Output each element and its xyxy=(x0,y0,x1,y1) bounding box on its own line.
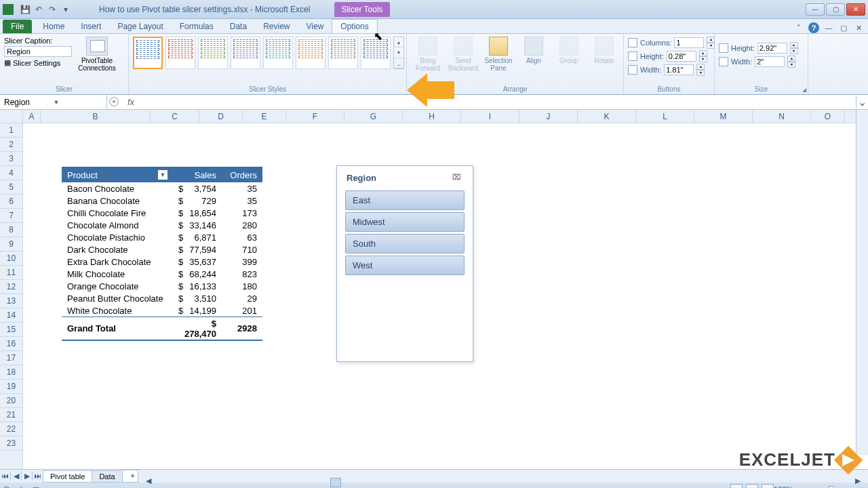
pivottable-connections-button[interactable]: PivotTable Connections xyxy=(75,37,119,72)
slicer-style-swatch[interactable] xyxy=(231,37,260,69)
row-header[interactable]: 20 xyxy=(0,394,22,408)
grid[interactable]: Product▼ Sales Orders Bacon Chocolate3,7… xyxy=(23,123,868,469)
row-header[interactable]: 8 xyxy=(0,223,22,237)
column-header[interactable]: E xyxy=(243,110,286,123)
vertical-scrollbar[interactable] xyxy=(856,110,868,455)
worksheet-area[interactable]: 1234567891011121314151617181920212223 Pr… xyxy=(0,123,868,469)
formula-bar-expand[interactable]: ⌄ xyxy=(856,96,868,108)
maximize-button[interactable]: ▢ xyxy=(826,3,845,16)
sheet-tab-data[interactable]: Data xyxy=(92,470,122,483)
slicer-item[interactable]: East xyxy=(345,190,465,210)
column-header[interactable]: H xyxy=(403,110,461,123)
row-header[interactable]: 21 xyxy=(0,408,22,422)
macro-record-icon[interactable]: ▦ xyxy=(33,485,39,489)
btn-width-spinner[interactable]: ▴▾ xyxy=(696,64,705,76)
row-header[interactable]: 17 xyxy=(0,351,22,365)
column-header[interactable]: G xyxy=(344,110,403,123)
slicer-style-swatch[interactable] xyxy=(328,37,358,69)
column-header[interactable]: D xyxy=(199,110,243,123)
pivot-header-orders[interactable]: Orders xyxy=(222,168,262,182)
close-button[interactable]: ✕ xyxy=(846,3,865,16)
column-header[interactable]: J xyxy=(519,110,578,123)
slicer-caption-input[interactable] xyxy=(4,46,72,57)
row-header[interactable]: 16 xyxy=(0,337,22,351)
tab-insert[interactable]: Insert xyxy=(73,20,109,33)
slicer-style-swatch[interactable] xyxy=(263,37,293,69)
minimize-ribbon-icon[interactable]: ˅ xyxy=(793,22,804,33)
slicer-settings-button[interactable]: Slicer Settings xyxy=(13,59,60,67)
workbook-minimize-icon[interactable]: — xyxy=(823,22,834,33)
row-header[interactable]: 11 xyxy=(0,266,22,280)
column-header[interactable]: A xyxy=(23,110,41,123)
column-header[interactable]: C xyxy=(151,110,199,123)
new-sheet-button[interactable]: ✦ xyxy=(122,470,138,483)
column-header[interactable]: M xyxy=(694,110,753,123)
row-header[interactable]: 2 xyxy=(0,138,22,152)
column-header[interactable]: L xyxy=(636,110,694,123)
size-dialog-launcher[interactable]: ◢ xyxy=(802,87,806,93)
row-header[interactable]: 4 xyxy=(0,166,22,180)
slicer-region[interactable]: Region ⌧ EastMidwestSouthWest xyxy=(336,165,473,362)
btn-height-input[interactable] xyxy=(667,51,696,62)
columns-spinner[interactable]: ▴▾ xyxy=(707,37,715,49)
row-header[interactable]: 3 xyxy=(0,152,22,166)
row-header[interactable]: 1 xyxy=(0,123,22,138)
save-icon[interactable]: 💾 xyxy=(19,3,31,16)
tab-review[interactable]: Review xyxy=(255,20,298,33)
row-header[interactable]: 18 xyxy=(0,365,22,380)
row-header[interactable]: 10 xyxy=(0,251,22,266)
row-header[interactable]: 15 xyxy=(0,323,22,337)
namebox-dropdown-icon[interactable]: ▼ xyxy=(54,99,103,106)
row-header[interactable]: 9 xyxy=(0,237,22,251)
view-normal[interactable] xyxy=(730,484,743,488)
styles-more-button[interactable]: ▴▾⎯ xyxy=(393,37,404,69)
column-header[interactable]: K xyxy=(578,110,636,123)
tab-data[interactable]: Data xyxy=(222,20,255,33)
row-header[interactable]: 23 xyxy=(0,436,22,451)
sheet-nav-next[interactable]: ▶ xyxy=(22,472,33,481)
selection-pane-button[interactable]: Selection Pane xyxy=(481,37,515,72)
btn-width-input[interactable] xyxy=(664,64,694,75)
filter-dropdown-icon[interactable]: ▼ xyxy=(158,170,167,180)
row-header[interactable]: 14 xyxy=(0,308,22,323)
slicer-style-swatch[interactable] xyxy=(296,37,326,69)
sheet-nav-first[interactable]: ⏮ xyxy=(0,472,11,481)
size-height-input[interactable] xyxy=(757,43,787,54)
zoom-out[interactable]: − xyxy=(795,485,800,488)
tab-options[interactable]: Options xyxy=(332,19,377,33)
workbook-close-icon[interactable]: ✕ xyxy=(853,22,864,33)
align-button[interactable]: Align xyxy=(517,37,551,72)
column-header[interactable]: B xyxy=(41,110,151,123)
tab-formulas[interactable]: Formulas xyxy=(172,20,222,33)
sheet-tab-pivot[interactable]: Pivot table xyxy=(43,470,92,483)
btn-height-spinner[interactable]: ▴▾ xyxy=(699,50,707,62)
zoom-level[interactable]: 100% xyxy=(774,485,793,488)
sheet-nav-last[interactable]: ⏭ xyxy=(33,472,43,481)
row-header[interactable]: 12 xyxy=(0,280,22,294)
zoom-in[interactable]: + xyxy=(860,485,864,488)
tab-page-layout[interactable]: Page Layout xyxy=(109,20,171,33)
column-header[interactable]: F xyxy=(286,110,344,123)
column-header[interactable]: I xyxy=(461,110,519,123)
tab-home[interactable]: Home xyxy=(35,20,73,33)
size-width-spinner[interactable]: ▴▾ xyxy=(787,56,795,68)
qat-dropdown-icon[interactable]: ▾ xyxy=(60,3,72,16)
slicer-item[interactable]: South xyxy=(345,234,465,253)
slicer-style-swatch[interactable] xyxy=(133,37,163,69)
select-all-corner[interactable] xyxy=(0,110,23,123)
column-header[interactable]: O xyxy=(811,110,845,123)
view-page-break[interactable] xyxy=(762,484,774,488)
row-header[interactable]: 22 xyxy=(0,422,22,436)
slicer-style-swatch[interactable] xyxy=(198,37,228,69)
row-header[interactable]: 13 xyxy=(0,294,22,308)
slicer-style-swatch[interactable] xyxy=(165,37,195,69)
minimize-button[interactable]: — xyxy=(806,3,825,16)
undo-icon[interactable]: ↶ xyxy=(33,3,45,16)
slicer-item[interactable]: Midwest xyxy=(345,212,465,232)
row-header[interactable]: 19 xyxy=(0,380,22,394)
row-header[interactable]: 6 xyxy=(0,195,22,209)
workbook-restore-icon[interactable]: ▢ xyxy=(838,22,849,33)
slicer-style-swatch[interactable] xyxy=(361,37,391,69)
pivot-header-sales[interactable]: Sales xyxy=(173,168,222,182)
column-header[interactable]: N xyxy=(753,110,811,123)
